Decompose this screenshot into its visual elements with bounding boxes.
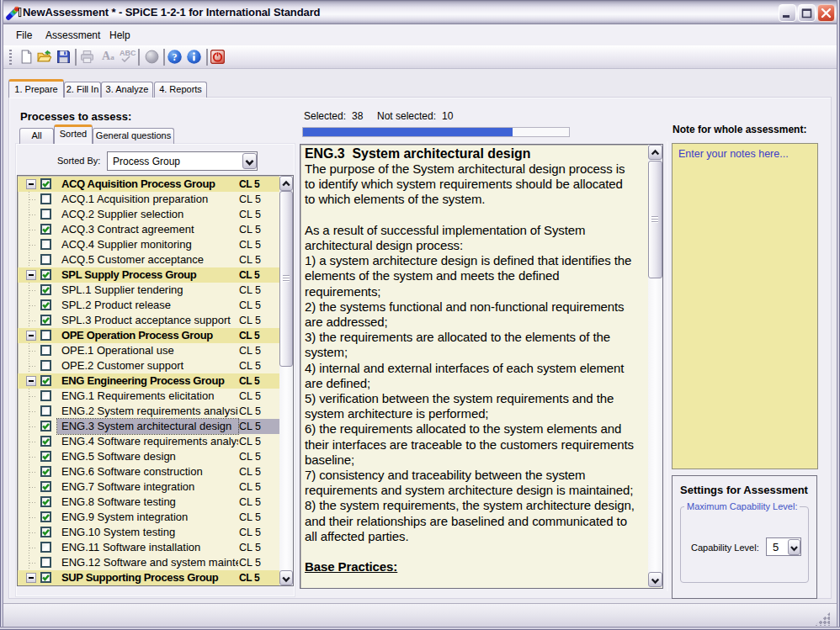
svg-text:?: ?: [172, 51, 177, 63]
